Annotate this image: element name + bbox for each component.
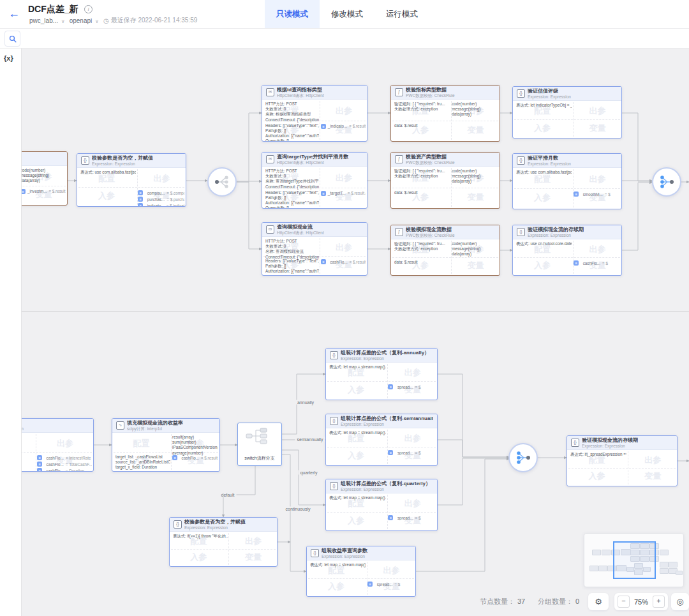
flow-node-formula-annually[interactable]: {} 组装计算点差的公式（复利-annually） Expression: Ex… xyxy=(325,348,438,400)
flow-node-verify-smooth-months[interactable]: {} 验证平滑月数 Expression: Expression 配置 出参 入… xyxy=(512,153,622,209)
variable-icon: ≡ xyxy=(172,455,177,460)
tab-edit-mode[interactable]: 修改模式 xyxy=(320,0,374,28)
node-subtitle: Expression: Expression xyxy=(322,554,367,559)
node-config-secondary: data: $.result xyxy=(394,260,450,265)
flow-canvas[interactable]: {x} 节点数量：37 分组数量：0 ⚙ − 75% + ◎ ƒ 配置 出参 入… xyxy=(0,48,689,616)
node-body: 配置 出参 入参 变量 验证规则: [ { "required": tru...… xyxy=(391,167,500,208)
zoom-out-button[interactable]: − xyxy=(618,596,630,608)
settings-button[interactable]: ⚙ xyxy=(588,593,609,610)
flow-node-switch-branch[interactable]: switch流程分支 xyxy=(237,423,282,466)
node-subtitle: Expression: Expression xyxy=(184,525,246,530)
watermark-output: 出参 xyxy=(589,174,606,185)
node-subtitle: Expression: Expression xyxy=(341,487,431,492)
node-config-secondary: target_list: _cashFlowsListsource_list: … xyxy=(115,454,170,471)
tab-run-mode[interactable]: 运行模式 xyxy=(374,0,429,28)
node-config-right: code(number)message(string)data(array) xyxy=(20,168,65,184)
flow-node-check-indicator-type[interactable]: ƒ 校验指标类型数据 PWC数据校验: CheckRule 配置 出参 入参 变… xyxy=(390,85,500,142)
flow-node-check-asset-type[interactable]: ƒ 校验资产类型数据 PWC数据校验: CheckRule 配置 出参 入参 变… xyxy=(390,152,500,209)
node-config: 表达式: use com.alibaba.fastjson... xyxy=(516,170,572,175)
minimap-viewport[interactable] xyxy=(613,541,656,579)
http-node-icon: ✉ xyxy=(266,155,274,163)
watermark-output: 出参 xyxy=(336,172,352,184)
node-header: {} 组装收益率查询参数 Expression: Expression xyxy=(307,546,415,560)
flow-node-http-cash-flow[interactable]: ✉ 查询模拟现金流 HttpClient请求: HttpClient 配置 出参… xyxy=(262,222,367,276)
node-config-right: code(number)message(string)data(array) xyxy=(452,169,498,184)
flow-node-yield-query-params[interactable]: {} 组装收益率查询参数 Expression: Expression 配置 出… xyxy=(306,546,416,597)
node-body: 配置 出参 入参 变量 表达式: let map = stream.map().… xyxy=(307,560,415,596)
node-config: 表达式: let map = stream.map()... xyxy=(329,495,386,500)
environment-select[interactable]: openapi ∨ xyxy=(70,17,99,24)
flow-node-formula-semiannually[interactable]: {} 组装计算点差的公式（复利-semiannually） Expression… xyxy=(325,414,438,466)
watermark-variable: 变量 xyxy=(644,470,661,482)
watermark-output: 出参 xyxy=(57,438,73,449)
join-connector-node[interactable] xyxy=(508,443,538,472)
fork-connector-node[interactable] xyxy=(207,167,237,197)
fit-view-button[interactable]: ◎ xyxy=(671,593,689,610)
zoom-in-button[interactable]: + xyxy=(653,596,665,608)
node-body: 配置 出参 入参 变量 HTTP方法: POST失败重试: 0名称: 查询tar… xyxy=(262,167,367,208)
expr-node-icon: {} xyxy=(330,482,338,490)
watermark-output: 出参 xyxy=(404,498,421,509)
node-output-variables: ≡_spread... = $ xyxy=(388,515,436,520)
node-config-secondary: Headers: [{"valueType":"Text","n...Path参… xyxy=(265,190,319,209)
http-node-icon: ✉ xyxy=(266,225,274,234)
watermark-output: 出参 xyxy=(589,244,606,255)
node-body: 配置 出参 入参 变量 表达式: use com.alibaba.fastjso… xyxy=(513,168,621,209)
quadrant-divider xyxy=(171,549,276,550)
node-subtitle: PWC数据校验: CheckRule xyxy=(406,160,455,165)
quadrant-divider xyxy=(78,187,184,188)
watermark-input: 入参 xyxy=(534,260,551,271)
back-button[interactable]: ← xyxy=(8,6,20,20)
watermark-input: 入参 xyxy=(190,552,207,563)
node-config: 表达式: let map = stream.map()... xyxy=(310,562,366,567)
minimap[interactable] xyxy=(584,533,684,587)
info-icon[interactable]: i xyxy=(84,5,93,13)
watermark-variable: 变量 xyxy=(589,123,606,134)
flow-node-verify-cash-flow-duration[interactable]: {} 验证模拟现金流的存续期 Expression: Expression 配置… xyxy=(512,225,622,276)
watermark-input: 入参 xyxy=(534,123,551,134)
flow-node-check-cash-flow[interactable]: ƒ 校验模拟现金流数据 PWC数据校验: CheckRule 配置 出参 入参 … xyxy=(390,225,500,276)
edge-label-quarterly: quarterly xyxy=(298,470,319,475)
quadrant-divider xyxy=(327,512,436,513)
variable-icon: ≡ xyxy=(388,515,393,520)
node-subtitle: HttpClient请求: HttpClient xyxy=(277,230,324,236)
search-button[interactable] xyxy=(4,31,20,47)
expr-node-icon: {} xyxy=(517,156,525,165)
node-config-secondary: data: $.result xyxy=(394,123,450,128)
quadrant-divider xyxy=(327,447,436,447)
flow-node-fill-yield[interactable]: ∿ 填充模拟现金流的收益率 scipy计算: interp1d 配置 出参 入参… xyxy=(112,418,220,472)
variables-panel-toggle[interactable]: {x} xyxy=(4,54,13,62)
flow-node-verify-duration-final[interactable]: {} 验证模拟现金流的存续期 Expression: Expression 配置… xyxy=(567,435,678,486)
node-header: {} 组装计算点差的公式（复利-quarterly） Expression: E… xyxy=(326,479,437,493)
node-config: HTTP方法: POST失败重试: 0名称: 根据id查询指标类型Connect… xyxy=(265,101,319,123)
node-config: 表达式: let indicatorTypeObj = _i... xyxy=(516,103,572,108)
node-header: ✉ 根据id查询指标类型 HttpClient请求: HttpClient xyxy=(262,86,367,100)
tab-readonly-mode[interactable]: 只读模式 xyxy=(265,0,320,28)
watermark-input: 入参 xyxy=(348,515,364,527)
watermark-output: 出参 xyxy=(154,173,170,184)
join-connector-node[interactable] xyxy=(652,167,681,197)
flow-node-http-target-type[interactable]: ✉ 查询targetType并找到平滑月数 HttpClient请求: Http… xyxy=(262,152,367,209)
node-title: 校验指标类型数据 xyxy=(406,87,455,93)
quadrant-divider xyxy=(308,578,414,579)
watermark-input: 入参 xyxy=(328,581,344,592)
node-output-variables: ≡_spread... = $ xyxy=(388,384,436,389)
expr-node-icon: {} xyxy=(330,351,338,359)
node-body: 配置 出参 入参 变量 验证规则: [ { "required": tru...… xyxy=(391,239,500,275)
flow-node-verify-valuation[interactable]: {} 验证估值评级 Expression: Expression 配置 出参 入… xyxy=(512,86,622,139)
flow-node-check-params-assign[interactable]: {} 校验参数是否为空，并赋值 Expression: Expression 配… xyxy=(77,153,186,207)
node-header: {} 验证模拟现金流的存续期 Expression: Expression xyxy=(513,225,621,239)
flow-node-http-indicator-type[interactable]: ✉ 根据id查询指标类型 HttpClient请求: HttpClient 配置… xyxy=(262,85,367,142)
node-output-variables: ≡_cashFlo... = InterestRate≡_cashFlo... … xyxy=(37,455,92,471)
flow-node-formula-quarterly[interactable]: {} 组装计算点差的公式（复利-quarterly） Expression: E… xyxy=(325,479,438,531)
watermark-variable: 变量 xyxy=(468,192,484,203)
node-title: 验证模拟现金流的存续期 xyxy=(582,437,638,444)
workspace-select[interactable]: pwc_lab... ∨ xyxy=(29,17,65,24)
flow-node-check-params-assign-2[interactable]: {} 校验参数是否为空，并赋值 Expression: Expression 配… xyxy=(169,517,278,567)
watermark-output: 出参 xyxy=(404,433,421,444)
node-body: 配置 出参 入参 变量 表达式: let map = stream.map().… xyxy=(326,428,437,465)
node-config: 表达式: if(_spreadExpression == ... xyxy=(570,452,626,457)
variable-icon: ≡ xyxy=(37,455,42,460)
node-config-right: result(array)sum(number)iPaaSComponentVe… xyxy=(172,435,218,456)
node-output-variables: ≡_indicato... = $.result.data xyxy=(321,124,366,129)
